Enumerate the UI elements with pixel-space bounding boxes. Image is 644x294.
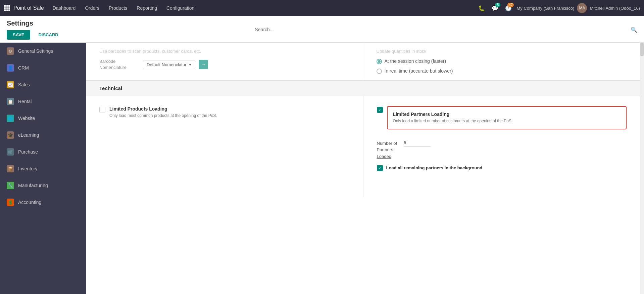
app-name: Point of Sale (13, 5, 44, 11)
accounting-icon: 💲 (7, 199, 14, 206)
barcode-dropdown[interactable]: Default Nomenclatur ▼ (143, 60, 195, 69)
chat-icon-button[interactable]: 💬 5 (490, 3, 500, 13)
limited-partners-desc: Only load a limited number of customers … (393, 118, 621, 124)
sidebar-item-sales[interactable]: 📈 Sales (0, 76, 86, 93)
sales-icon: 📈 (7, 81, 14, 88)
sidebar-item-website[interactable]: 🌐 Website (0, 110, 86, 127)
load-bg-row: ✓ Load all remaining partners in the bac… (377, 164, 627, 171)
limited-partners-feature-row: ✓ Limited Partners Loading Only load a l… (377, 106, 627, 135)
settings-title-area: Settings SAVE DISCARD (7, 19, 81, 40)
sidebar-label-elearning: eLearning (18, 132, 39, 138)
sidebar-item-crm[interactable]: 👤 CRM (0, 59, 86, 76)
sidebar: ⚙ General Settings 👤 CRM 📈 Sales 📋 Renta… (0, 43, 86, 294)
grid-icon (4, 5, 10, 11)
limited-partners-col: ✓ Limited Partners Loading Only load a l… (363, 96, 640, 197)
nav-reporting[interactable]: Reporting (132, 3, 162, 13)
limited-products-desc: Only load most common products at the op… (109, 113, 217, 119)
nav-dashboard[interactable]: Dashboard (48, 3, 81, 13)
radio-session-closing[interactable]: At the session closing (faster) (377, 58, 627, 64)
sidebar-label-accounting: Accounting (18, 200, 41, 205)
sidebar-item-accounting[interactable]: 💲 Accounting (0, 194, 86, 211)
clock-icon-button[interactable]: 🕐 47 (503, 3, 514, 13)
number-partners-value-col: 5 (404, 140, 431, 147)
barcode-faded-text: Use barcodes to scan products, customer … (99, 49, 349, 54)
navbar: Point of Sale Dashboard Orders Products … (0, 0, 644, 16)
inventory-icon: 📦 (7, 165, 14, 172)
number-partners-value[interactable]: 5 (404, 140, 431, 147)
radio-session-closing-label: At the session closing (faster) (385, 58, 446, 64)
radio-realtime[interactable]: In real time (accurate but slower) (377, 68, 627, 74)
manufacturing-icon: 🔧 (7, 182, 14, 189)
scrollbar[interactable] (640, 43, 644, 294)
sidebar-item-general-settings[interactable]: ⚙ General Settings (0, 43, 86, 59)
sidebar-item-elearning[interactable]: 🎓 eLearning (0, 127, 86, 143)
rental-icon: 📋 (7, 98, 14, 105)
nav-orders[interactable]: Orders (80, 3, 104, 13)
nav-products[interactable]: Products (104, 3, 132, 13)
sidebar-item-purchase[interactable]: 🛒 Purchase (0, 143, 86, 160)
number-partners-label-text: Number ofPartners (377, 141, 397, 153)
avatar[interactable]: MA (577, 3, 587, 13)
radio-realtime-input[interactable] (377, 69, 382, 74)
number-partners-row: Number ofPartners Loaded 5 (377, 140, 627, 160)
limited-partners-checkbox[interactable]: ✓ (377, 107, 383, 113)
sidebar-label-sales: Sales (18, 82, 30, 87)
search-icon[interactable]: 🔍 (631, 27, 637, 33)
limited-products-checkbox[interactable] (99, 107, 105, 113)
save-button[interactable]: SAVE (7, 30, 30, 40)
technical-section-header: Technical (86, 80, 640, 96)
sidebar-item-inventory[interactable]: 📦 Inventory (0, 160, 86, 177)
technical-label: Technical (99, 85, 122, 91)
radio-group: At the session closing (faster) In real … (377, 58, 627, 74)
barcode-left: Use barcodes to scan products, customer … (86, 43, 363, 80)
content-area: Use barcodes to scan products, customer … (86, 43, 640, 294)
discard-button[interactable]: DISCARD (32, 30, 64, 40)
search-input[interactable] (255, 26, 456, 34)
sidebar-label-crm: CRM (18, 65, 29, 71)
nav-links: Dashboard Orders Products Reporting Conf… (48, 3, 475, 13)
number-partners-label: Number ofPartners Loaded (377, 140, 397, 160)
avatar-initials: MA (579, 6, 585, 10)
page-title: Settings (7, 19, 81, 27)
technical-content: Limited Products Loading Only load most … (86, 96, 640, 197)
company-label[interactable]: My Company (San Francisco) (516, 6, 574, 11)
barcode-arrow-button[interactable]: → (199, 60, 208, 69)
update-qty-text: Update quantities in stock (377, 49, 627, 54)
limited-partners-highlighted-box: Limited Partners Loading Only load a lim… (387, 106, 627, 129)
barcode-value: Default Nomenclatur (147, 62, 187, 67)
load-bg-checkbox[interactable]: ✓ (377, 165, 383, 171)
settings-header: Settings SAVE DISCARD 🔍 (0, 16, 644, 43)
elearning-icon: 🎓 (7, 131, 14, 139)
sidebar-label-website: Website (18, 116, 35, 121)
sidebar-label-rental: Rental (18, 99, 32, 104)
chat-badge: 5 (495, 3, 500, 7)
scrollbar-thumb[interactable] (640, 43, 644, 56)
chevron-down-icon: ▼ (189, 63, 192, 67)
limited-products-col: Limited Products Loading Only load most … (86, 96, 363, 197)
sidebar-label-inventory: Inventory (18, 166, 38, 171)
crm-icon: 👤 (7, 64, 14, 72)
barcode-row: Barcode Nomenclature Default Nomenclatur… (99, 58, 349, 71)
nav-configuration[interactable]: Configuration (162, 3, 199, 13)
main-layout: ⚙ General Settings 👤 CRM 📈 Sales 📋 Renta… (0, 43, 644, 294)
website-icon: 🌐 (7, 115, 14, 122)
purchase-icon: 🛒 (7, 148, 14, 156)
radio-realtime-label: In real time (accurate but slower) (385, 68, 453, 74)
barcode-nomenclature-label: Barcode Nomenclature (99, 58, 140, 71)
search-area (81, 26, 631, 34)
sidebar-item-manufacturing[interactable]: 🔧 Manufacturing (0, 177, 86, 194)
user-label[interactable]: Mitchell Admin (Odoo_16) (590, 6, 640, 11)
radio-session-closing-input[interactable] (377, 59, 382, 64)
limited-products-text: Limited Products Loading Only load most … (109, 106, 217, 119)
limited-partners-title: Limited Partners Loading (393, 112, 621, 117)
clock-badge: 47 (507, 3, 514, 7)
barcode-section: Use barcodes to scan products, customer … (86, 43, 640, 80)
app-brand[interactable]: Point of Sale (4, 5, 44, 11)
action-buttons: SAVE DISCARD (7, 30, 81, 40)
partners-details: Number ofPartners Loaded 5 ✓ Load all re… (377, 140, 627, 171)
bug-icon-button[interactable]: 🐛 (476, 3, 487, 13)
sidebar-label-purchase: Purchase (18, 149, 38, 155)
sidebar-item-rental[interactable]: 📋 Rental (0, 93, 86, 110)
limited-products-item: Limited Products Loading Only load most … (99, 106, 350, 119)
sidebar-label-general-settings: General Settings (18, 48, 53, 54)
